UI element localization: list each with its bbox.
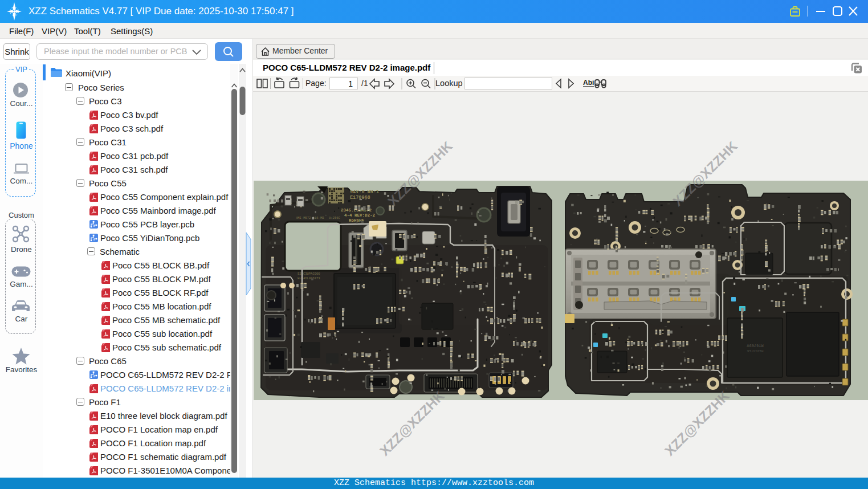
svg-text:521C3UPAC000: 521C3UPAC000 [298, 272, 320, 276]
svg-text:4-4 REV:D2-2: 4-4 REV:D2-2 [344, 213, 376, 218]
svg-text:HMI-M572-A16-MB: HMI-M572-A16-MB [296, 216, 324, 220]
svg-text:HM346L006373: HM346L006373 [298, 276, 320, 280]
svg-text:8+256G: 8+256G [329, 216, 340, 220]
svg-text:94V-0 WH-1: 94V-0 WH-1 [350, 189, 379, 195]
svg-text:MT6769V: MT6769V [746, 343, 763, 348]
svg-text:MEDIATEK: MEDIATEK [747, 349, 763, 353]
svg-text:Abi: Abi [583, 79, 594, 87]
